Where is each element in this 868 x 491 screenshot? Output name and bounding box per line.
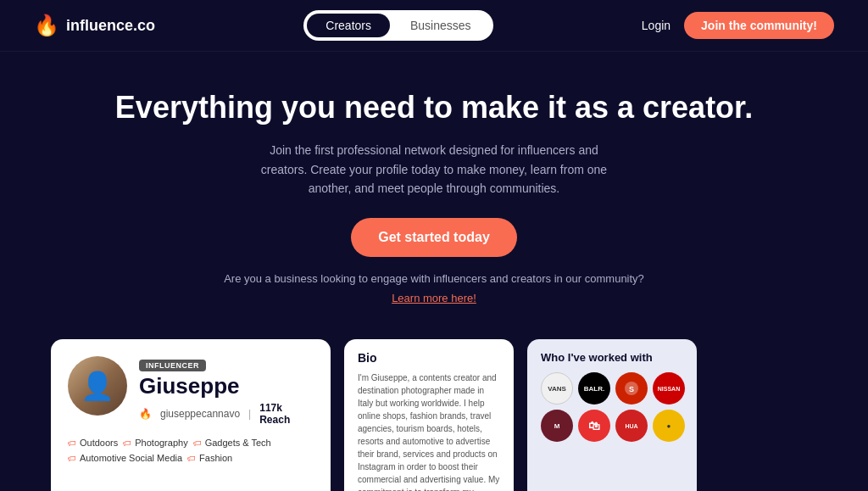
brand-marriott: M (541, 410, 573, 442)
tag-automotive: 🏷Automotive Social Media (68, 453, 182, 463)
tab-creators[interactable]: Creators (307, 14, 390, 37)
handle-flame-icon: 🔥 (139, 408, 152, 420)
profile-handle: giuseppecannavo (160, 408, 240, 420)
bio-text: I'm Giuseppe, a contents creator and des… (358, 371, 500, 491)
worked-with-card: Who I've worked with VANS BALR. S NISSAN… (527, 339, 697, 491)
avatar (68, 356, 127, 416)
brand-stivali: S (615, 372, 648, 405)
bio-card: Bio I'm Giuseppe, a contents creator and… (344, 339, 514, 491)
login-link[interactable]: Login (642, 19, 670, 32)
divider: | (248, 408, 251, 420)
svg-text:S: S (629, 385, 634, 393)
brand-grid: VANS BALR. S NISSAN M 🛍 HUA ● (541, 372, 683, 442)
brand-anime: ● (653, 410, 685, 442)
nav-right: Login Join the community! (642, 12, 834, 39)
hero-section: Everything you need to make it as a crea… (0, 52, 868, 326)
worked-with-title: Who I've worked with (541, 351, 683, 364)
learn-more-link[interactable]: Learn more here! (392, 292, 476, 304)
cta-button[interactable]: Get started today (351, 218, 517, 257)
tab-businesses[interactable]: Businesses (392, 14, 490, 37)
logo: 🔥 influence.co (34, 14, 155, 37)
profile-reach: 117k Reach (259, 402, 314, 426)
profile-name: Giuseppe (139, 375, 314, 397)
navbar: 🔥 influence.co Creators Businesses Login… (0, 0, 868, 52)
cards-row: INFLUENCER Giuseppe 🔥 giuseppecannavo | … (0, 339, 868, 491)
profile-handle-row: 🔥 giuseppecannavo | 117k Reach (139, 402, 314, 426)
brand-balr: BALR. (578, 372, 610, 405)
profile-card: INFLUENCER Giuseppe 🔥 giuseppecannavo | … (51, 339, 331, 491)
tag-fashion: 🏷Fashion (187, 453, 232, 463)
brand-huawei: HUA (615, 410, 648, 442)
hero-subtitle: Join the first professional network desi… (248, 141, 620, 198)
nav-toggle: Creators Businesses (303, 10, 492, 41)
profile-info: INFLUENCER Giuseppe 🔥 giuseppecannavo | … (139, 356, 314, 426)
brand-nissan: NISSAN (653, 372, 685, 405)
flame-icon: 🔥 (34, 14, 59, 37)
bio-title: Bio (358, 351, 500, 365)
tag-outdoors: 🏷Outdoors (68, 438, 118, 448)
hero-title: Everything you need to make it as a crea… (17, 89, 851, 126)
profile-header: INFLUENCER Giuseppe 🔥 giuseppecannavo | … (68, 356, 314, 426)
brand-shop: 🛍 (578, 410, 610, 442)
brand-name: influence.co (66, 17, 155, 35)
business-text: Are you a business looking to engage wit… (17, 272, 851, 285)
influencer-badge: INFLUENCER (139, 360, 206, 371)
tag-gadgets: 🏷Gadgets & Tech (193, 438, 271, 448)
brand-vans: VANS (541, 372, 573, 405)
tag-photography: 🏷Photography (123, 438, 187, 448)
join-button[interactable]: Join the community! (684, 12, 834, 39)
tags-row: 🏷Outdoors 🏷Photography 🏷Gadgets & Tech 🏷… (68, 438, 314, 463)
